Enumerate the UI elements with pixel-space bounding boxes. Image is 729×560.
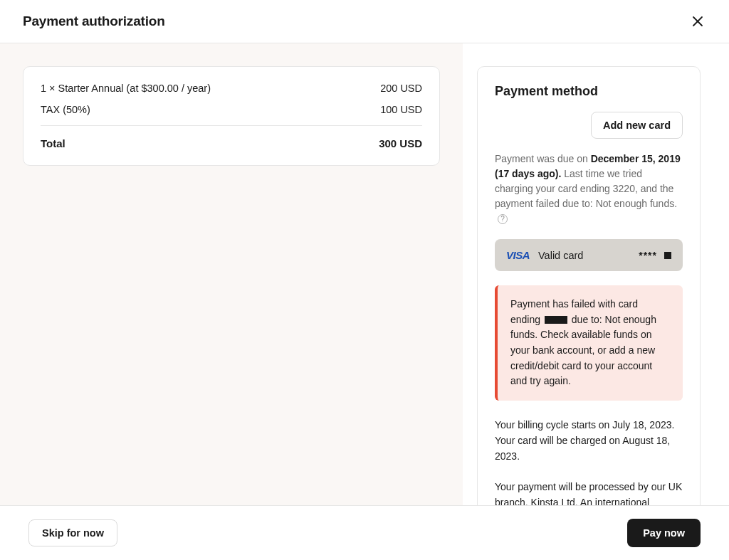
payment-error-alert: Payment has failed with card ending due … [495,285,683,401]
saved-card-row[interactable]: VISA Valid card **** [495,239,683,271]
payment-method-heading: Payment method [495,84,683,99]
summary-line-item: 1 × Starter Annual (at $300.00 / year) 2… [41,83,422,94]
billing-cycle-text: Your billing cycle starts on July 18, 20… [495,418,683,464]
summary-tax: TAX (50%) 100 USD [41,104,422,115]
card-label: Valid card [538,250,630,261]
tax-label: TAX (50%) [41,104,90,115]
payment-panel: Payment method Add new card Payment was … [463,43,729,505]
summary-panel: 1 × Starter Annual (at $300.00 / year) 2… [0,43,463,505]
close-icon [692,16,703,27]
tax-amount: 100 USD [380,104,422,115]
card-mask-stars: **** [639,250,657,261]
due-prefix: Payment was due on [495,153,591,164]
visa-icon: VISA [506,249,530,261]
order-summary-card: 1 × Starter Annual (at $300.00 / year) 2… [23,66,440,166]
line-item-label: 1 × Starter Annual (at $300.00 / year) [41,83,211,94]
pay-now-button[interactable]: Pay now [627,519,701,547]
redacted-block-icon [664,252,671,259]
total-amount: 300 USD [379,137,422,149]
add-card-row: Add new card [495,112,683,139]
skip-button[interactable]: Skip for now [28,519,117,546]
line-item-amount: 200 USD [380,83,422,94]
dialog-title: Payment authorization [23,14,165,29]
payment-due-text: Payment was due on December 15, 2019 (17… [495,152,683,226]
dialog-header: Payment authorization [0,0,729,43]
redacted-card-ending [545,316,567,324]
dialog-content: 1 × Starter Annual (at $300.00 / year) 2… [0,43,729,505]
help-icon[interactable]: ? [498,214,508,224]
card-mask: **** [639,250,671,261]
total-label: Total [41,137,65,149]
summary-total: Total 300 USD [41,137,422,149]
add-new-card-button[interactable]: Add new card [591,112,683,139]
summary-divider [41,125,422,126]
dialog-footer: Skip for now Pay now [0,505,729,560]
close-button[interactable] [689,13,706,30]
payment-method-card: Payment method Add new card Payment was … [477,66,701,559]
